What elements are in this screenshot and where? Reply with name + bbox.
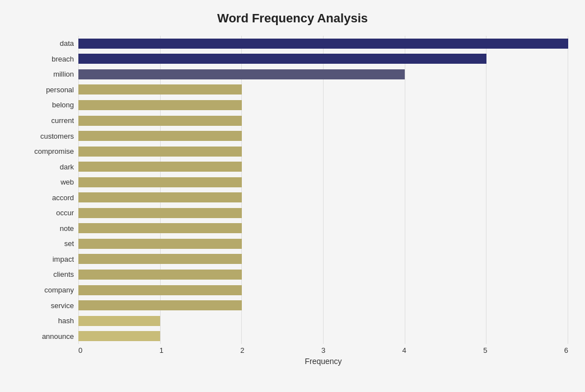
bar <box>78 208 242 218</box>
y-label: customers <box>40 133 74 140</box>
bar <box>78 270 242 280</box>
bar <box>78 100 242 110</box>
x-axis: 0123456 <box>78 344 568 355</box>
bar-row <box>78 238 568 249</box>
chart-container: Word Frequency Analysis databreachmillio… <box>0 0 585 392</box>
y-label: set <box>64 240 74 247</box>
bar-row <box>78 330 568 342</box>
bar <box>78 177 242 187</box>
y-label: company <box>44 286 74 294</box>
bottom-section: 0123456 Frequency <box>78 344 568 366</box>
x-tick-label: 6 <box>564 346 568 355</box>
bar-row <box>78 161 568 172</box>
y-label: hash <box>58 317 74 324</box>
y-label: belong <box>52 101 74 108</box>
y-label: service <box>51 302 74 309</box>
bar <box>78 316 160 326</box>
bar-row <box>78 192 568 203</box>
y-label: impact <box>53 256 74 263</box>
bar-row <box>78 38 568 49</box>
y-label: accord <box>52 194 74 201</box>
y-label: occur <box>56 209 74 216</box>
bar-row <box>78 315 568 327</box>
y-label: personal <box>46 86 74 93</box>
x-tick-label: 3 <box>321 346 325 355</box>
bar <box>78 239 242 249</box>
x-tick-label: 4 <box>403 346 406 355</box>
bar <box>78 54 486 64</box>
bar-row <box>78 53 568 64</box>
x-tick-label: 1 <box>160 346 163 355</box>
bar <box>78 285 242 295</box>
bar-row <box>78 207 568 219</box>
y-label: breach <box>52 55 74 63</box>
bar-row <box>78 130 568 141</box>
chart-area: databreachmillionpersonalbelongcurrentcu… <box>17 36 568 344</box>
y-label: dark <box>60 163 74 171</box>
bars-wrapper <box>78 36 568 344</box>
y-label: clients <box>53 271 74 278</box>
x-tick-label: 0 <box>78 346 82 355</box>
bar <box>78 69 405 79</box>
bar-row <box>78 177 568 188</box>
bar-row <box>78 146 568 157</box>
bar-row <box>78 223 568 234</box>
y-label: data <box>60 40 74 47</box>
x-axis-title: Frequency <box>78 357 568 366</box>
bar-row <box>78 253 568 265</box>
chart-title: Word Frequency Analysis <box>17 11 568 26</box>
bar <box>78 131 242 141</box>
y-label: note <box>60 225 74 232</box>
bar <box>78 192 242 202</box>
y-label: current <box>52 117 74 124</box>
bar <box>78 162 242 172</box>
y-label: compromise <box>34 148 74 155</box>
bar <box>78 331 160 341</box>
bar <box>78 300 242 310</box>
bar <box>78 116 242 126</box>
y-label: million <box>53 70 74 78</box>
bars-and-grid <box>78 36 568 344</box>
y-label: web <box>60 178 74 186</box>
bar <box>78 147 242 157</box>
bar-row <box>78 84 568 95</box>
x-tick-label: 5 <box>483 346 487 355</box>
bar <box>78 254 242 264</box>
bar-row <box>78 100 568 111</box>
y-label: announce <box>42 333 74 340</box>
bar-row <box>78 269 568 280</box>
bar-row <box>78 69 568 80</box>
bar-row <box>78 300 568 311</box>
bar <box>78 223 242 233</box>
bar <box>78 39 568 49</box>
bar-row <box>78 285 568 296</box>
x-tick-label: 2 <box>240 346 244 355</box>
bar-row <box>78 115 568 126</box>
y-labels: databreachmillionpersonalbelongcurrentcu… <box>17 36 78 344</box>
grid-and-bars <box>78 36 568 344</box>
bar <box>78 84 242 95</box>
